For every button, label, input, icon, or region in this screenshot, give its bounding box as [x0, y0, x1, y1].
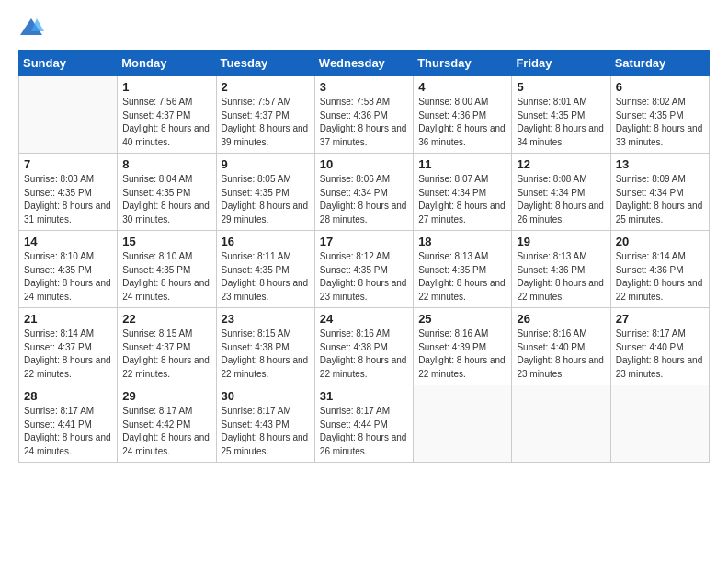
week-row-3: 21Sunrise: 8:14 AMSunset: 4:37 PMDayligh…: [19, 308, 710, 385]
header-thursday: Thursday: [414, 51, 512, 76]
day-info: Sunrise: 8:10 AMSunset: 4:35 PMDaylight:…: [24, 250, 112, 304]
day-cell: 6Sunrise: 8:02 AMSunset: 4:35 PMDaylight…: [610, 76, 709, 154]
day-cell: 23Sunrise: 8:15 AMSunset: 4:38 PMDayligh…: [216, 308, 314, 385]
day-number: 21: [24, 312, 112, 326]
day-info: Sunrise: 8:13 AMSunset: 4:36 PMDaylight:…: [517, 250, 605, 304]
day-number: 4: [418, 80, 506, 94]
week-row-2: 14Sunrise: 8:10 AMSunset: 4:35 PMDayligh…: [19, 231, 710, 308]
day-cell: 26Sunrise: 8:16 AMSunset: 4:40 PMDayligh…: [512, 308, 610, 385]
day-info: Sunrise: 8:13 AMSunset: 4:35 PMDaylight:…: [418, 250, 506, 304]
day-cell: 17Sunrise: 8:12 AMSunset: 4:35 PMDayligh…: [314, 231, 413, 308]
week-row-4: 28Sunrise: 8:17 AMSunset: 4:41 PMDayligh…: [19, 385, 710, 463]
day-number: 18: [418, 235, 506, 248]
day-number: 8: [122, 157, 210, 171]
day-cell: 14Sunrise: 8:10 AMSunset: 4:35 PMDayligh…: [19, 231, 118, 308]
day-info: Sunrise: 8:17 AMSunset: 4:44 PMDaylight:…: [320, 405, 408, 458]
header-friday: Friday: [512, 51, 610, 76]
day-cell: 9Sunrise: 8:05 AMSunset: 4:35 PMDaylight…: [216, 154, 314, 231]
day-number: 7: [24, 157, 112, 171]
day-cell: 2Sunrise: 7:57 AMSunset: 4:37 PMDaylight…: [216, 76, 314, 154]
day-info: Sunrise: 7:57 AMSunset: 4:37 PMDaylight:…: [222, 96, 310, 149]
day-cell: [19, 76, 118, 154]
day-cell: 18Sunrise: 8:13 AMSunset: 4:35 PMDayligh…: [414, 231, 512, 308]
day-cell: 30Sunrise: 8:17 AMSunset: 4:43 PMDayligh…: [216, 385, 314, 463]
day-number: 24: [320, 312, 408, 326]
day-info: Sunrise: 8:02 AMSunset: 4:35 PMDaylight:…: [616, 96, 704, 149]
day-number: 12: [517, 157, 605, 171]
day-info: Sunrise: 8:09 AMSunset: 4:34 PMDaylight:…: [616, 173, 704, 226]
day-number: 23: [222, 312, 310, 326]
day-info: Sunrise: 8:11 AMSunset: 4:35 PMDaylight:…: [222, 250, 310, 304]
day-cell: 25Sunrise: 8:16 AMSunset: 4:39 PMDayligh…: [414, 308, 512, 385]
day-info: Sunrise: 7:58 AMSunset: 4:36 PMDaylight:…: [320, 96, 408, 149]
day-cell: 3Sunrise: 7:58 AMSunset: 4:36 PMDaylight…: [314, 76, 413, 154]
day-number: 30: [222, 389, 310, 403]
day-info: Sunrise: 8:17 AMSunset: 4:43 PMDaylight:…: [222, 405, 310, 458]
day-cell: 10Sunrise: 8:06 AMSunset: 4:34 PMDayligh…: [314, 154, 413, 231]
day-number: 26: [517, 312, 605, 326]
day-info: Sunrise: 8:17 AMSunset: 4:42 PMDaylight:…: [122, 405, 210, 458]
day-info: Sunrise: 8:17 AMSunset: 4:41 PMDaylight:…: [24, 405, 112, 458]
day-number: 27: [616, 312, 704, 326]
weekday-header-row: Sunday Monday Tuesday Wednesday Thursday…: [19, 51, 710, 76]
day-cell: [414, 385, 512, 463]
day-info: Sunrise: 8:15 AMSunset: 4:38 PMDaylight:…: [222, 327, 310, 381]
day-number: 17: [320, 235, 408, 248]
day-info: Sunrise: 8:08 AMSunset: 4:34 PMDaylight:…: [517, 173, 605, 226]
day-cell: 27Sunrise: 8:17 AMSunset: 4:40 PMDayligh…: [610, 308, 709, 385]
week-row-1: 7Sunrise: 8:03 AMSunset: 4:35 PMDaylight…: [19, 154, 710, 231]
day-number: 3: [320, 80, 408, 94]
day-number: 14: [24, 235, 112, 248]
day-number: 11: [418, 157, 506, 171]
day-number: 5: [517, 80, 605, 94]
day-info: Sunrise: 8:07 AMSunset: 4:34 PMDaylight:…: [418, 173, 506, 226]
day-cell: 7Sunrise: 8:03 AMSunset: 4:35 PMDaylight…: [19, 154, 118, 231]
day-number: 20: [616, 235, 704, 248]
header-saturday: Saturday: [610, 51, 709, 76]
calendar-table: Sunday Monday Tuesday Wednesday Thursday…: [18, 50, 710, 463]
day-cell: 31Sunrise: 8:17 AMSunset: 4:44 PMDayligh…: [314, 385, 413, 463]
day-number: 31: [320, 389, 408, 403]
day-cell: 13Sunrise: 8:09 AMSunset: 4:34 PMDayligh…: [610, 154, 709, 231]
day-number: 2: [222, 80, 310, 94]
day-cell: 24Sunrise: 8:16 AMSunset: 4:38 PMDayligh…: [314, 308, 413, 385]
day-cell: 21Sunrise: 8:14 AMSunset: 4:37 PMDayligh…: [19, 308, 118, 385]
week-row-0: 1Sunrise: 7:56 AMSunset: 4:37 PMDaylight…: [19, 76, 710, 154]
day-info: Sunrise: 8:00 AMSunset: 4:36 PMDaylight:…: [418, 96, 506, 149]
day-cell: [512, 385, 610, 463]
day-number: 29: [122, 389, 210, 403]
day-cell: 11Sunrise: 8:07 AMSunset: 4:34 PMDayligh…: [414, 154, 512, 231]
day-number: 6: [616, 80, 704, 94]
day-info: Sunrise: 8:16 AMSunset: 4:39 PMDaylight:…: [418, 327, 506, 381]
day-number: 9: [222, 157, 310, 171]
day-info: Sunrise: 8:03 AMSunset: 4:35 PMDaylight:…: [24, 173, 112, 226]
day-cell: 12Sunrise: 8:08 AMSunset: 4:34 PMDayligh…: [512, 154, 610, 231]
day-number: 15: [122, 235, 210, 248]
day-cell: 4Sunrise: 8:00 AMSunset: 4:36 PMDaylight…: [414, 76, 512, 154]
day-info: Sunrise: 8:10 AMSunset: 4:35 PMDaylight:…: [122, 250, 210, 304]
day-cell: [610, 385, 709, 463]
day-info: Sunrise: 8:17 AMSunset: 4:40 PMDaylight:…: [616, 327, 704, 381]
day-info: Sunrise: 8:01 AMSunset: 4:35 PMDaylight:…: [517, 96, 605, 149]
day-number: 28: [24, 389, 112, 403]
day-number: 10: [320, 157, 408, 171]
day-cell: 22Sunrise: 8:15 AMSunset: 4:37 PMDayligh…: [118, 308, 216, 385]
header-monday: Monday: [118, 51, 216, 76]
day-info: Sunrise: 8:16 AMSunset: 4:40 PMDaylight:…: [517, 327, 605, 381]
header-wednesday: Wednesday: [314, 51, 413, 76]
day-info: Sunrise: 8:14 AMSunset: 4:37 PMDaylight:…: [24, 327, 112, 381]
day-cell: 5Sunrise: 8:01 AMSunset: 4:35 PMDaylight…: [512, 76, 610, 154]
page: Sunday Monday Tuesday Wednesday Thursday…: [0, 0, 728, 563]
day-cell: 16Sunrise: 8:11 AMSunset: 4:35 PMDayligh…: [216, 231, 314, 308]
day-cell: 28Sunrise: 8:17 AMSunset: 4:41 PMDayligh…: [19, 385, 118, 463]
day-info: Sunrise: 8:16 AMSunset: 4:38 PMDaylight:…: [320, 327, 408, 381]
day-number: 25: [418, 312, 506, 326]
logo-icon: [18, 15, 44, 40]
header: [18, 15, 710, 40]
day-cell: 29Sunrise: 8:17 AMSunset: 4:42 PMDayligh…: [118, 385, 216, 463]
day-info: Sunrise: 8:04 AMSunset: 4:35 PMDaylight:…: [122, 173, 210, 226]
day-cell: 1Sunrise: 7:56 AMSunset: 4:37 PMDaylight…: [118, 76, 216, 154]
day-info: Sunrise: 8:12 AMSunset: 4:35 PMDaylight:…: [320, 250, 408, 304]
day-info: Sunrise: 7:56 AMSunset: 4:37 PMDaylight:…: [122, 96, 210, 149]
day-cell: 20Sunrise: 8:14 AMSunset: 4:36 PMDayligh…: [610, 231, 709, 308]
